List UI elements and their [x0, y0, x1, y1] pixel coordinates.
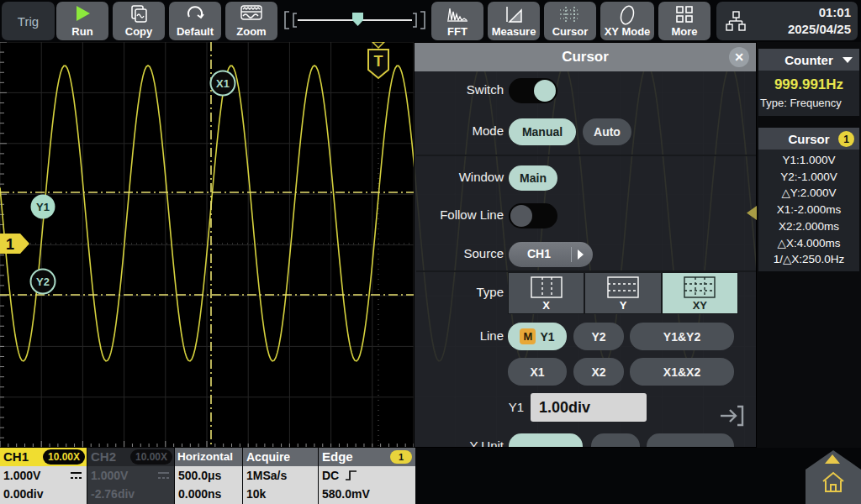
- cursor-readout-panel[interactable]: Cursor 1 Y1:1.000V Y2:-1.000V △Y:2.000V …: [758, 128, 859, 271]
- horizontal-block[interactable]: Horizontal 500.0μs 0.000ns: [175, 448, 242, 504]
- line-y1y2-button[interactable]: Y1&Y2: [630, 323, 734, 350]
- type-y-button[interactable]: Y: [585, 273, 660, 313]
- enter-icon[interactable]: [719, 405, 744, 427]
- cursor-dialog-title: Cursor: [562, 49, 609, 66]
- counter-panel[interactable]: Counter 999.991Hz Type: Frequency: [758, 49, 859, 116]
- type-y-icon: [605, 276, 642, 299]
- cursor-button[interactable]: Cursor: [544, 2, 596, 40]
- y-unit-option-2[interactable]: [591, 433, 640, 448]
- acquire-block[interactable]: Acquire 1MSa/s 10k: [243, 448, 318, 504]
- reset-icon: [185, 5, 205, 24]
- readout-x1: X1:-2.000ms: [758, 202, 859, 218]
- cursor-dialog-header[interactable]: Cursor ✕: [415, 43, 756, 71]
- source-label: Source: [415, 246, 504, 260]
- readout-y1: Y1:1.000V: [758, 152, 859, 169]
- svg-text:X1: X1: [216, 77, 230, 90]
- cursor-type-selector: X Y XY: [508, 272, 738, 314]
- trigger-position-marker[interactable]: [352, 13, 363, 26]
- line-y2-button[interactable]: Y2: [573, 323, 624, 350]
- y-unit-label: Y Unit: [415, 438, 504, 448]
- window-main-button[interactable]: Main: [509, 165, 557, 191]
- cursor-source-badge: 1: [838, 131, 854, 147]
- mode-label: Mode: [415, 123, 504, 138]
- line-x1x2-button[interactable]: X1&X2: [630, 358, 734, 386]
- readout-1dx: 1/△X:250.0Hz: [758, 251, 859, 268]
- dc-coupling-icon: [158, 472, 169, 480]
- status-clock-box[interactable]: 01:01 2025/04/25: [716, 2, 858, 40]
- more-grid-icon: [675, 5, 694, 24]
- line-y1-button[interactable]: M Y1: [508, 323, 567, 350]
- close-icon[interactable]: ✕: [729, 47, 749, 67]
- network-icon: [725, 10, 747, 32]
- counter-type: Type: Frequency: [758, 97, 859, 116]
- line-label: Line: [415, 328, 504, 343]
- readout-x2: X2:2.000ms: [758, 218, 859, 235]
- counter-value: 999.991Hz: [758, 71, 859, 97]
- ch1-block[interactable]: CH1 10.00X 1.000V 0.00div: [0, 448, 87, 504]
- fft-button[interactable]: FFT: [431, 2, 483, 40]
- top-toolbar: Trig Run Copy Default Zoom: [0, 0, 861, 42]
- cursor-readout-title: Cursor: [788, 132, 829, 146]
- timeline-brackets: [283, 2, 427, 40]
- cursor-crosshair-icon: [558, 5, 582, 24]
- chevron-right-icon: [578, 249, 584, 260]
- play-icon: [73, 5, 92, 22]
- source-value: CH1: [509, 247, 569, 260]
- type-x-button[interactable]: X: [509, 273, 584, 313]
- copy-button[interactable]: Copy: [113, 2, 165, 40]
- more-button[interactable]: More: [658, 2, 710, 40]
- type-xy-icon: [681, 276, 718, 299]
- horizontal-position-bar[interactable]: [283, 2, 427, 40]
- follow-line-toggle[interactable]: [509, 203, 557, 228]
- measure-icon: [503, 5, 525, 24]
- readout-y2: Y2:-1.000V: [758, 169, 859, 186]
- counter-title: Counter: [784, 53, 833, 67]
- trig-button[interactable]: Trig: [2, 2, 55, 40]
- default-button[interactable]: Default: [169, 2, 221, 40]
- type-x-icon: [528, 276, 565, 299]
- oscilloscope-screen: T1X1Y1Y2 Trig Run Copy Default Zoom: [0, 0, 861, 504]
- source-select[interactable]: CH1: [509, 242, 593, 267]
- m-knob-badge: M: [520, 328, 536, 344]
- window-label: Window: [415, 170, 504, 184]
- y1-field-label: Y1: [436, 400, 524, 414]
- ch2-probe-badge: 10.00X: [130, 449, 172, 465]
- svg-text:T: T: [374, 53, 383, 70]
- expand-up-icon[interactable]: [825, 454, 840, 464]
- zoom-button[interactable]: Zoom: [225, 2, 277, 40]
- chevron-down-icon[interactable]: [843, 57, 853, 63]
- svg-text:Y1: Y1: [36, 201, 50, 213]
- mode-manual-button[interactable]: Manual: [509, 118, 576, 145]
- type-label: Type: [415, 285, 504, 299]
- switch-label: Switch: [415, 82, 504, 97]
- xy-mode-button[interactable]: XY Mode: [600, 2, 654, 40]
- readout-dy: △Y:2.000V: [758, 185, 859, 202]
- ch2-block[interactable]: CH2 10.00X 1.000V -2.76div: [87, 448, 174, 504]
- y-unit-option-3[interactable]: [647, 433, 734, 448]
- bottom-status-bar: CH1 10.00X 1.000V 0.00div CH2 10.00X 1.0…: [0, 448, 861, 504]
- measure-button[interactable]: Measure: [488, 2, 540, 40]
- line-x1-button[interactable]: X1: [508, 358, 567, 386]
- follow-line-label: Follow Line: [415, 207, 504, 222]
- cursor-dialog: Cursor ✕ Switch Mode Manual Auto Window …: [414, 42, 757, 448]
- clock-date: 2025/04/25: [788, 21, 851, 38]
- clock-time: 01:01: [788, 4, 851, 21]
- mode-auto-button[interactable]: Auto: [583, 118, 631, 145]
- run-button[interactable]: Run: [56, 2, 108, 40]
- y1-value-input[interactable]: 1.00div: [531, 393, 647, 422]
- y-unit-option-1[interactable]: [509, 433, 583, 448]
- trigger-source-badge: 1: [390, 450, 412, 464]
- cursor-switch-toggle[interactable]: [509, 78, 557, 103]
- home-icon[interactable]: [821, 470, 845, 494]
- svg-text:Y2: Y2: [36, 276, 50, 288]
- type-xy-button[interactable]: XY: [663, 273, 737, 313]
- dc-coupling-icon: [71, 472, 82, 480]
- divider: [416, 155, 756, 156]
- readout-dx: △X:4.000ms: [758, 235, 859, 252]
- zoom-wave-icon: [240, 5, 262, 24]
- line-x2-button[interactable]: X2: [573, 358, 624, 386]
- right-sidebar: Counter 999.991Hz Type: Frequency Cursor…: [757, 42, 861, 504]
- copy-icon: [129, 5, 149, 24]
- xy-ellipse-icon: [616, 5, 638, 25]
- trigger-block[interactable]: Edge 1 DC 580.0mV: [319, 448, 415, 504]
